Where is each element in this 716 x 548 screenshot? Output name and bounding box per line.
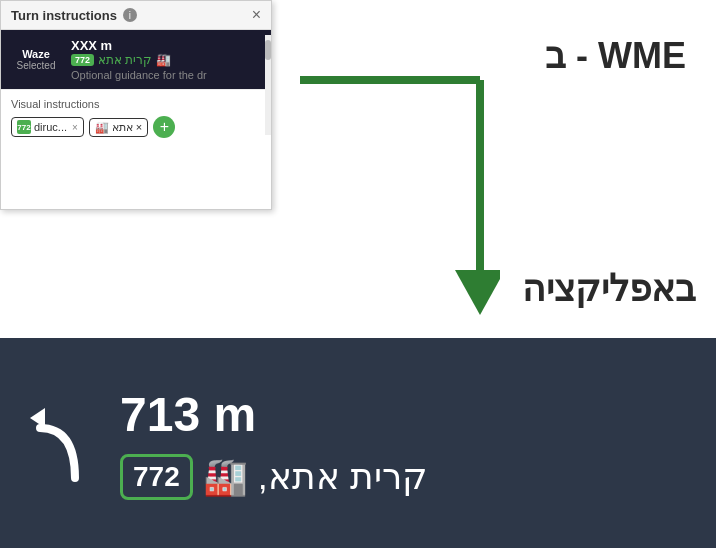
chip-2[interactable]: 🏭 אתא × <box>89 118 148 137</box>
nav-distance: 713 m <box>120 387 696 442</box>
wme-label: WME - ב <box>545 35 686 77</box>
nav-street-name: קרית אתא, <box>258 456 428 498</box>
scroll-thumb <box>265 40 271 60</box>
chip-1-text: diruc... <box>34 121 67 133</box>
panel-header: Turn instructions i × <box>1 1 271 30</box>
turn-instructions-panel: Turn instructions i × Waze Selected XXX … <box>0 0 272 210</box>
chip-2-text: אתא <box>112 121 133 134</box>
factory-emoji: 🏭 <box>156 53 171 67</box>
waze-badge: Waze Selected <box>11 48 61 71</box>
waze-logo: Waze <box>22 48 50 60</box>
route-name: 772 קרית אתא 🏭 <box>71 53 261 67</box>
chip-2-close[interactable]: × <box>136 121 142 133</box>
visual-instructions-section: Visual instructions 772 diruc... × 🏭 אתא… <box>1 89 271 146</box>
add-chip-button[interactable]: + <box>153 116 175 138</box>
waze-row: Waze Selected XXX m 772 קרית אתא 🏭 Optio… <box>1 30 271 89</box>
visual-instructions-label: Visual instructions <box>11 98 261 110</box>
scrollbar[interactable] <box>265 35 271 135</box>
road-sign: 772 <box>120 454 193 500</box>
app-label: באפליקציה <box>522 268 696 310</box>
chip-1[interactable]: 772 diruc... × <box>11 117 84 137</box>
panel-header-left: Turn instructions i <box>11 8 137 23</box>
chip-1-close[interactable]: × <box>72 122 78 133</box>
nav-factory-icon: 🏭 <box>203 456 248 498</box>
info-icon[interactable]: i <box>123 8 137 22</box>
chips-container: 772 diruc... × 🏭 אתא × + <box>11 116 261 138</box>
navigation-bar: 713 m 772 🏭 קרית אתא, <box>0 338 716 548</box>
route-badge: 772 <box>71 54 94 66</box>
waze-info: XXX m 772 קרית אתא 🏭 Optional guidance f… <box>71 38 261 81</box>
optional-text: Optional guidance for the dr <box>71 69 261 81</box>
green-arrow-icon <box>280 60 500 320</box>
panel-title: Turn instructions <box>11 8 117 23</box>
route-name-text: קרית אתא <box>98 53 152 67</box>
turn-arrow-icon <box>20 398 100 488</box>
distance-label: XXX m <box>71 38 261 53</box>
close-button[interactable]: × <box>252 7 261 23</box>
chip-1-icon: 772 <box>17 120 31 134</box>
selected-label: Selected <box>17 60 56 71</box>
nav-info: 713 m 772 🏭 קרית אתא, <box>120 387 696 500</box>
chip-2-factory: 🏭 <box>95 121 109 134</box>
svg-marker-2 <box>455 270 500 315</box>
street-row: 772 🏭 קרית אתא, <box>120 454 696 500</box>
